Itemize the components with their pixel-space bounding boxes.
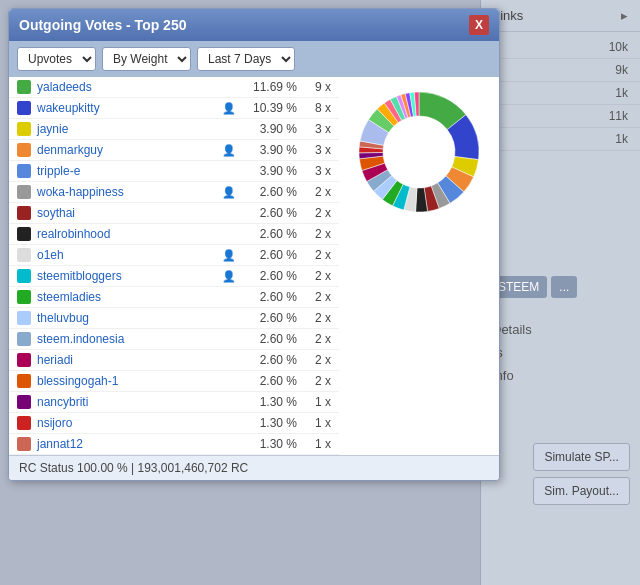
details-section: Details rs Info bbox=[480, 310, 640, 395]
simulate-sp-button[interactable]: Simulate SP... bbox=[533, 443, 630, 471]
table-row: jannat121.30 %1 x bbox=[9, 434, 339, 455]
simulate-section: Simulate SP... Sim. Payout... bbox=[533, 443, 630, 505]
table-row: wakeupkitty👤10.39 %8 x bbox=[9, 98, 339, 119]
popup-filters: Upvotes By Weight Last 7 Days bbox=[9, 41, 499, 77]
simulate-payout-button[interactable]: Sim. Payout... bbox=[533, 477, 630, 505]
vote-count: 9 x bbox=[301, 80, 331, 94]
user-name-link[interactable]: theluvbug bbox=[37, 311, 236, 325]
vote-percentage: 2.60 % bbox=[242, 332, 297, 346]
vote-count: 3 x bbox=[301, 143, 331, 157]
vote-count: 2 x bbox=[301, 269, 331, 283]
user-name-link[interactable]: yaladeeds bbox=[37, 80, 236, 94]
vote-count: 2 x bbox=[301, 206, 331, 220]
sidebar-value-2: 9k bbox=[481, 59, 640, 82]
vote-percentage: 2.60 % bbox=[242, 248, 297, 262]
popup-footer: RC Status 100.00 % | 193,001,460,702 RC bbox=[9, 455, 499, 480]
user-icon: 👤 bbox=[222, 270, 236, 283]
vote-percentage: 3.90 % bbox=[242, 164, 297, 178]
user-name-link[interactable]: heriadi bbox=[37, 353, 236, 367]
user-name-link[interactable]: soythai bbox=[37, 206, 236, 220]
vote-percentage: 1.30 % bbox=[242, 395, 297, 409]
outgoing-votes-popup: Outgoing Votes - Top 250 X Upvotes By We… bbox=[8, 8, 500, 481]
user-name-link[interactable]: jaynie bbox=[37, 122, 236, 136]
more-button[interactable]: ... bbox=[551, 276, 577, 298]
row-color-indicator bbox=[17, 164, 31, 178]
links-arrow: ▸ bbox=[621, 8, 628, 23]
user-icon: 👤 bbox=[222, 102, 236, 115]
vote-count: 3 x bbox=[301, 164, 331, 178]
rc-status: RC Status 100.00 % | 193,001,460,702 RC bbox=[19, 461, 248, 475]
popup-title: Outgoing Votes - Top 250 bbox=[19, 17, 186, 33]
user-name-link[interactable]: o1eh bbox=[37, 248, 222, 262]
table-row: o1eh👤2.60 %2 x bbox=[9, 245, 339, 266]
table-row: yaladeeds11.69 %9 x bbox=[9, 77, 339, 98]
vote-count: 2 x bbox=[301, 290, 331, 304]
vote-count: 8 x bbox=[301, 101, 331, 115]
vote-percentage: 2.60 % bbox=[242, 311, 297, 325]
vote-percentage: 2.60 % bbox=[242, 185, 297, 199]
row-color-indicator bbox=[17, 437, 31, 451]
vote-percentage: 2.60 % bbox=[242, 374, 297, 388]
row-color-indicator bbox=[17, 80, 31, 94]
row-color-indicator bbox=[17, 311, 31, 325]
popup-header: Outgoing Votes - Top 250 X bbox=[9, 9, 499, 41]
time-select[interactable]: Last 7 Days bbox=[197, 47, 295, 71]
vote-percentage: 11.69 % bbox=[242, 80, 297, 94]
table-row: steemladies2.60 %2 x bbox=[9, 287, 339, 308]
type-select[interactable]: Upvotes bbox=[17, 47, 96, 71]
vote-count: 2 x bbox=[301, 185, 331, 199]
row-color-indicator bbox=[17, 290, 31, 304]
user-name-link[interactable]: wakeupkitty bbox=[37, 101, 222, 115]
vote-percentage: 2.60 % bbox=[242, 206, 297, 220]
row-color-indicator bbox=[17, 248, 31, 262]
vote-percentage: 3.90 % bbox=[242, 122, 297, 136]
row-color-indicator bbox=[17, 416, 31, 430]
user-name-link[interactable]: steemladies bbox=[37, 290, 236, 304]
row-color-indicator bbox=[17, 353, 31, 367]
user-name-link[interactable]: denmarkguy bbox=[37, 143, 222, 157]
row-color-indicator bbox=[17, 185, 31, 199]
table-row: steemitbloggers👤2.60 %2 x bbox=[9, 266, 339, 287]
sidebar-panel: Links ▸ 10k 9k 1k 11k 1k STEEM ... Detai… bbox=[480, 0, 640, 585]
row-color-indicator bbox=[17, 227, 31, 241]
sort-select[interactable]: By Weight bbox=[102, 47, 191, 71]
table-row: denmarkguy👤3.90 %3 x bbox=[9, 140, 339, 161]
table-row: jaynie3.90 %3 x bbox=[9, 119, 339, 140]
vote-count: 2 x bbox=[301, 353, 331, 367]
user-name-link[interactable]: tripple-e bbox=[37, 164, 236, 178]
sidebar-value-1: 10k bbox=[481, 36, 640, 59]
user-name-link[interactable]: steemitbloggers bbox=[37, 269, 222, 283]
vote-percentage: 1.30 % bbox=[242, 437, 297, 451]
vote-count: 2 x bbox=[301, 374, 331, 388]
user-name-link[interactable]: jannat12 bbox=[37, 437, 236, 451]
vote-count: 1 x bbox=[301, 416, 331, 430]
row-color-indicator bbox=[17, 332, 31, 346]
table-row: nsijoro1.30 %1 x bbox=[9, 413, 339, 434]
vote-count: 1 x bbox=[301, 395, 331, 409]
row-color-indicator bbox=[17, 395, 31, 409]
vote-count: 2 x bbox=[301, 332, 331, 346]
vote-count: 3 x bbox=[301, 122, 331, 136]
user-name-link[interactable]: nancybriti bbox=[37, 395, 236, 409]
vote-count: 2 x bbox=[301, 248, 331, 262]
votes-table: yaladeeds11.69 %9 xwakeupkitty👤10.39 %8 … bbox=[9, 77, 339, 455]
table-row: realrobinhood2.60 %2 x bbox=[9, 224, 339, 245]
sidebar-value-5: 1k bbox=[481, 128, 640, 151]
user-name-link[interactable]: realrobinhood bbox=[37, 227, 236, 241]
close-button[interactable]: X bbox=[469, 15, 489, 35]
details-label: Details bbox=[492, 318, 628, 341]
user-name-link[interactable]: nsijoro bbox=[37, 416, 236, 430]
chart-section bbox=[339, 77, 499, 455]
table-row: theluvbug2.60 %2 x bbox=[9, 308, 339, 329]
vote-percentage: 2.60 % bbox=[242, 269, 297, 283]
table-row: heriadi2.60 %2 x bbox=[9, 350, 339, 371]
vote-percentage: 1.30 % bbox=[242, 416, 297, 430]
vote-count: 1 x bbox=[301, 437, 331, 451]
steem-section: STEEM ... bbox=[480, 270, 640, 304]
user-name-link[interactable]: steem.indonesia bbox=[37, 332, 236, 346]
sidebar-value-3: 1k bbox=[481, 82, 640, 105]
table-row: woka-happiness👤2.60 %2 x bbox=[9, 182, 339, 203]
vote-percentage: 2.60 % bbox=[242, 290, 297, 304]
user-name-link[interactable]: blessingogah-1 bbox=[37, 374, 236, 388]
user-name-link[interactable]: woka-happiness bbox=[37, 185, 222, 199]
